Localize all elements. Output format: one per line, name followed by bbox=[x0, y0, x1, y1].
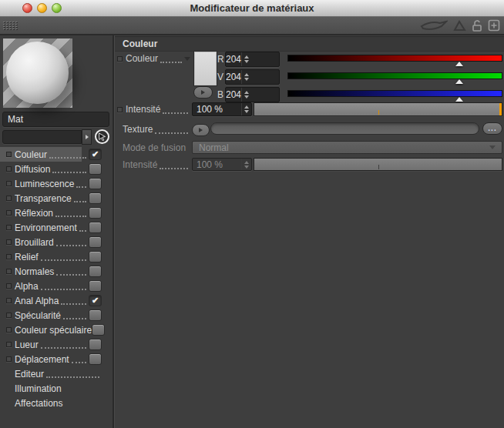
channel-checkbox[interactable] bbox=[89, 251, 102, 262]
rgb-gradient-slider[interactable] bbox=[287, 87, 502, 102]
close-button[interactable] bbox=[22, 3, 32, 13]
color-swatch[interactable] bbox=[194, 52, 217, 85]
channel-item-transparence[interactable]: Transparence bbox=[0, 191, 113, 206]
titlebar[interactable]: Modificateur de matériaux bbox=[0, 0, 504, 17]
stepper-arrows-icon[interactable] bbox=[241, 88, 251, 102]
channel-item-couleur[interactable]: Couleur✔ bbox=[0, 147, 113, 162]
channel-item-editeur[interactable]: Editeur bbox=[0, 366, 113, 381]
color-label-row: Couleur bbox=[117, 52, 190, 65]
stepper-arrows-icon[interactable] bbox=[241, 52, 251, 66]
channel-checkbox[interactable] bbox=[89, 163, 102, 175]
channel-bullet bbox=[6, 166, 12, 172]
triangle-icon[interactable] bbox=[453, 20, 466, 32]
lock-open-icon[interactable] bbox=[472, 19, 482, 32]
rgb-gradient-slider[interactable] bbox=[287, 52, 502, 67]
blend-mode-value: Normal bbox=[199, 142, 229, 153]
channel-item-illumination[interactable]: Illumination bbox=[0, 381, 113, 396]
channel-checkbox[interactable] bbox=[89, 207, 102, 219]
minimize-button[interactable] bbox=[37, 3, 47, 13]
rgb-letter: B bbox=[217, 89, 225, 100]
swatch-expand-button[interactable] bbox=[193, 86, 213, 99]
channel-item-normales[interactable]: Normales bbox=[0, 264, 113, 279]
channel-checkbox[interactable] bbox=[89, 222, 102, 233]
texture-label-row: Texture bbox=[123, 123, 190, 135]
channel-item-environnement[interactable]: Environnement bbox=[0, 220, 113, 235]
arrow-right-icon bbox=[201, 90, 205, 95]
channel-item-lueur[interactable]: Lueur bbox=[0, 337, 113, 352]
texture-browse-button[interactable]: ... bbox=[482, 122, 502, 135]
channel-bullet bbox=[6, 152, 12, 157]
slider-marker[interactable] bbox=[455, 97, 463, 102]
stepper-arrows-icon[interactable] bbox=[241, 70, 251, 84]
channel-checkbox[interactable] bbox=[89, 266, 102, 277]
toolbar-icons bbox=[420, 19, 500, 32]
drag-handle-icon[interactable] bbox=[2, 21, 18, 30]
channel-label: Affectations bbox=[15, 398, 62, 409]
channel-item-diffusion[interactable]: Diffusion bbox=[0, 162, 113, 176]
arrow-right-icon bbox=[199, 128, 203, 132]
texture-expand-button[interactable] bbox=[192, 124, 210, 136]
gradient-bar bbox=[287, 72, 502, 79]
leader-dots bbox=[55, 209, 86, 217]
channel-item-relief[interactable]: Relief bbox=[0, 249, 113, 264]
channel-item-luminescence[interactable]: Luminescence bbox=[0, 176, 113, 191]
channel-label: Spécularité bbox=[15, 310, 61, 321]
channel-item-d-placement[interactable]: Déplacement bbox=[0, 352, 113, 366]
channel-checkbox[interactable] bbox=[89, 353, 102, 365]
material-name-field[interactable]: Mat bbox=[2, 112, 109, 127]
rgb-gradient-slider[interactable] bbox=[287, 69, 502, 85]
channel-label: Lueur bbox=[15, 339, 39, 350]
add-box-icon[interactable] bbox=[488, 19, 500, 32]
channel-item-alpha[interactable]: Alpha bbox=[0, 279, 113, 293]
channel-bullet bbox=[6, 313, 12, 318]
channel-checkbox[interactable]: ✔ bbox=[89, 149, 102, 160]
channel-checkbox[interactable] bbox=[89, 309, 102, 321]
traffic-lights bbox=[22, 3, 62, 13]
channel-label: Brouillard bbox=[15, 237, 54, 248]
leader-dots bbox=[74, 194, 86, 202]
intensity-field[interactable]: 100 % bbox=[192, 102, 252, 116]
channel-checkbox[interactable] bbox=[89, 236, 102, 248]
channel-bullet bbox=[6, 356, 12, 362]
channel-checkbox[interactable]: ✔ bbox=[89, 295, 102, 306]
channel-item-anal-alpha[interactable]: Anal Alpha✔ bbox=[0, 293, 113, 308]
channel-checkbox[interactable] bbox=[89, 178, 102, 189]
channel-bullet bbox=[6, 181, 12, 186]
rgb-value-field[interactable]: 204 bbox=[225, 52, 280, 67]
rgb-row-v: V204 bbox=[217, 69, 502, 85]
stepper-arrows-icon[interactable] bbox=[241, 103, 251, 115]
texture-path-field[interactable] bbox=[210, 122, 479, 135]
slider-marker[interactable] bbox=[455, 62, 463, 66]
rgb-rows: R204V204B204 bbox=[217, 52, 502, 105]
intensity2-label: Intensité bbox=[123, 159, 157, 170]
zoom-button[interactable] bbox=[52, 3, 62, 13]
rgb-value-field[interactable]: 204 bbox=[225, 69, 280, 85]
layer-field[interactable] bbox=[2, 130, 82, 144]
blend-mode-dropdown[interactable]: Normal bbox=[192, 141, 502, 154]
channel-label: Diffusion bbox=[15, 164, 50, 175]
channel-item-couleur-sp-culaire[interactable]: Couleur spéculaire bbox=[0, 323, 113, 337]
channel-checkbox[interactable] bbox=[89, 339, 102, 350]
slider-marker[interactable] bbox=[455, 79, 463, 84]
slider-handle[interactable] bbox=[499, 103, 502, 115]
eye-icon[interactable] bbox=[420, 20, 448, 32]
apply-material-button[interactable] bbox=[95, 129, 109, 144]
channel-bullet bbox=[6, 254, 12, 259]
channel-checkbox[interactable] bbox=[89, 280, 102, 292]
channel-item-affectations[interactable]: Affectations bbox=[0, 396, 113, 410]
channel-checkbox[interactable] bbox=[92, 324, 105, 336]
rgb-value-field[interactable]: 204 bbox=[225, 87, 280, 102]
channel-item-sp-cularit[interactable]: Spécularité bbox=[0, 308, 113, 323]
channel-bullet bbox=[6, 298, 12, 303]
channel-label: Anal Alpha bbox=[15, 296, 59, 306]
channel-item-r-flexion[interactable]: Réflexion bbox=[0, 206, 113, 220]
channel-checkbox[interactable] bbox=[89, 192, 102, 204]
intensity-slider[interactable] bbox=[254, 102, 502, 116]
channel-item-brouillard[interactable]: Brouillard bbox=[0, 235, 113, 249]
stepper-arrows-icon bbox=[241, 159, 251, 170]
color-mode-caret-icon[interactable] bbox=[184, 57, 190, 61]
color-label: Couleur bbox=[126, 53, 158, 64]
channel-label: Transparence bbox=[15, 193, 72, 204]
layer-popup-button[interactable] bbox=[82, 129, 92, 145]
material-preview[interactable] bbox=[3, 38, 72, 108]
